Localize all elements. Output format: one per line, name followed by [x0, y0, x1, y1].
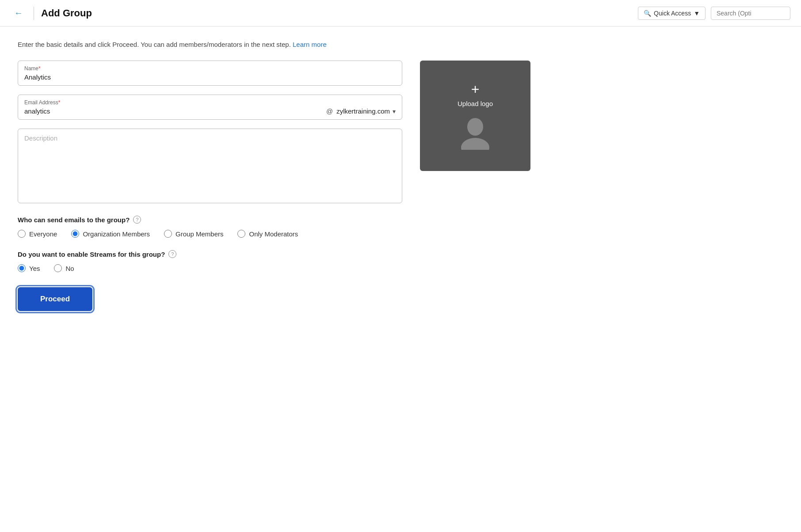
quick-access-button[interactable]: 🔍 Quick Access ▼ [638, 7, 706, 20]
name-input[interactable] [24, 73, 396, 81]
send-emails-section: Who can send emails to the group? ? Ever… [18, 216, 402, 238]
radio-only-moderators[interactable]: Only Moderators [237, 230, 298, 238]
email-field-group: Email Address* @ zylkertraining.com ▾ [18, 95, 402, 120]
header: ← Add Group 🔍 Quick Access ▼ [0, 0, 801, 27]
email-label: Email Address* [24, 99, 396, 106]
search-icon: 🔍 [644, 10, 651, 17]
avatar-silhouette [458, 114, 493, 150]
learn-more-link[interactable]: Learn more [293, 41, 327, 48]
form-fields: Name* Email Address* @ zylkertraining.co… [18, 61, 402, 311]
name-field-group: Name* [18, 61, 402, 86]
intro-text: Enter the basic details and click Procee… [18, 41, 601, 48]
header-divider [34, 7, 34, 20]
radio-group-members[interactable]: Group Members [164, 230, 223, 238]
name-label: Name* [24, 65, 396, 72]
name-field-box: Name* [18, 61, 402, 86]
streams-question: Do you want to enable Streams for this g… [18, 250, 402, 258]
send-emails-question: Who can send emails to the group? ? [18, 216, 402, 224]
chevron-down-icon[interactable]: ▾ [393, 108, 396, 115]
email-row: @ zylkertraining.com ▾ [24, 107, 396, 115]
header-actions: 🔍 Quick Access ▼ [638, 7, 790, 20]
domain-value: zylkertraining.com [336, 107, 390, 115]
description-field-box [18, 129, 402, 203]
quick-access-label: Quick Access [654, 10, 691, 17]
help-icon-send[interactable]: ? [133, 216, 141, 224]
domain-wrapper: zylkertraining.com ▾ [336, 107, 396, 115]
main-content: Enter the basic details and click Procee… [0, 27, 619, 325]
description-input[interactable] [24, 134, 396, 196]
at-symbol: @ [326, 107, 333, 115]
svg-point-0 [467, 118, 483, 136]
svg-point-1 [461, 138, 489, 150]
proceed-button[interactable]: Proceed [18, 287, 92, 311]
search-input[interactable] [711, 7, 790, 20]
upload-logo-text: Upload logo [458, 100, 493, 107]
back-button[interactable]: ← [11, 6, 27, 20]
radio-org-members[interactable]: Organization Members [71, 230, 150, 238]
plus-icon: + [471, 82, 480, 96]
email-input[interactable] [24, 107, 323, 115]
radio-yes[interactable]: Yes [18, 264, 40, 272]
radio-no[interactable]: No [54, 264, 74, 272]
page-title: Add Group [41, 8, 638, 19]
radio-everyone[interactable]: Everyone [18, 230, 57, 238]
email-field-box: Email Address* @ zylkertraining.com ▾ [18, 95, 402, 120]
send-emails-options: Everyone Organization Members Group Memb… [18, 230, 402, 238]
streams-options: Yes No [18, 264, 402, 272]
description-field-group [18, 129, 402, 203]
upload-logo-box[interactable]: + Upload logo [420, 61, 530, 171]
streams-section: Do you want to enable Streams for this g… [18, 250, 402, 272]
help-icon-streams[interactable]: ? [168, 250, 176, 258]
form-layout: Name* Email Address* @ zylkertraining.co… [18, 61, 601, 311]
chevron-down-icon: ▼ [694, 10, 700, 17]
